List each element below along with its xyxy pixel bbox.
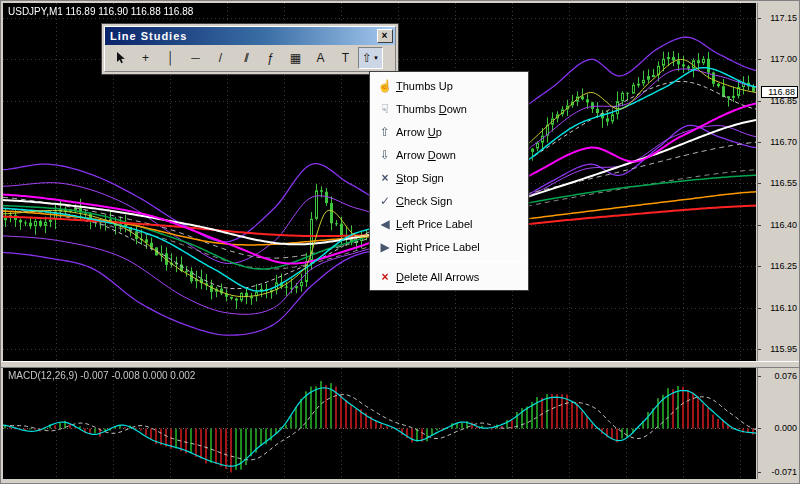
arrow-up-icon: ⇧ bbox=[374, 125, 396, 139]
menu-item-arrow-up[interactable]: ⇧Arrow Up bbox=[371, 120, 527, 143]
macd-axis-tick bbox=[758, 376, 761, 377]
panel-separator[interactable] bbox=[1, 361, 800, 368]
menu-item-stop-sign[interactable]: ×Stop Sign bbox=[371, 166, 527, 189]
macd-axis-label: 0.076 bbox=[774, 371, 797, 381]
right-price-label-icon: ▶ bbox=[374, 240, 396, 254]
menu-item-arrow-down[interactable]: ⇩Arrow Down bbox=[371, 143, 527, 166]
delete-all-arrows-icon: × bbox=[374, 270, 396, 284]
arrows-icon: ⇧ bbox=[362, 51, 372, 65]
trendline-button[interactable]: / bbox=[208, 47, 233, 69]
price-axis-tick bbox=[758, 142, 761, 143]
crosshair-button[interactable]: + bbox=[133, 47, 158, 69]
close-button[interactable]: × bbox=[377, 29, 393, 43]
macd-axis-label: 0.000 bbox=[774, 423, 797, 433]
macd-axis-tick bbox=[758, 472, 761, 473]
fibonacci-button[interactable]: ƒ bbox=[258, 47, 283, 69]
price-axis-label: 117.00 bbox=[770, 54, 797, 64]
menu-separator bbox=[373, 261, 525, 262]
macd-panel[interactable]: MACD(12,26,9) -0.007 -0.008 0.000 0.002 bbox=[3, 368, 756, 479]
line-studies-window: Line Studies × +│─///ƒ▦AT⇧▼ bbox=[101, 23, 399, 75]
trading-terminal: USDJPY,M1 116.89 116.90 116.88 116.88 11… bbox=[0, 0, 800, 484]
macd-indicator-label: MACD(12,26,9) -0.007 -0.008 0.000 0.002 bbox=[8, 370, 195, 381]
vertical-line-icon: │ bbox=[167, 51, 175, 65]
menu-item-left-price-label[interactable]: ◀Left Price Label bbox=[371, 212, 527, 235]
fibonacci-icon: ƒ bbox=[267, 51, 274, 65]
menu-item-label: Delete All Arrows bbox=[396, 271, 479, 283]
stop-sign-icon: × bbox=[374, 171, 396, 185]
text-icon: A bbox=[316, 51, 324, 65]
current-price-marker: 116.88 bbox=[761, 86, 798, 98]
thumbs-up-icon: ☝ bbox=[374, 79, 396, 93]
menu-item-label: Right Price Label bbox=[396, 241, 480, 253]
check-sign-icon: ✓ bbox=[374, 194, 396, 208]
menu-item-label: Arrow Down bbox=[396, 149, 456, 161]
menu-item-thumbs-down[interactable]: ☟Thumbs Down bbox=[371, 97, 527, 120]
menu-item-right-price-label[interactable]: ▶Right Price Label bbox=[371, 235, 527, 258]
price-axis-tick bbox=[758, 266, 761, 267]
price-axis-label: 116.25 bbox=[770, 261, 797, 271]
menu-item-label: Arrow Up bbox=[396, 126, 442, 138]
line-studies-titlebar[interactable]: Line Studies × bbox=[105, 27, 395, 45]
price-axis-label: 115.95 bbox=[770, 344, 797, 354]
menu-item-check-sign[interactable]: ✓Check Sign bbox=[371, 189, 527, 212]
dropdown-caret-icon: ▼ bbox=[373, 55, 379, 61]
menu-item-label: Thumbs Up bbox=[396, 80, 453, 92]
horizontal-line-icon: ─ bbox=[191, 51, 200, 65]
text-button[interactable]: A bbox=[308, 47, 333, 69]
price-axis-tick bbox=[758, 101, 761, 102]
menu-item-thumbs-up[interactable]: ☝Thumbs Up bbox=[371, 74, 527, 97]
grid-button[interactable]: ▦ bbox=[283, 47, 308, 69]
cursor-icon bbox=[115, 52, 127, 64]
line-studies-frame: Line Studies × +│─///ƒ▦AT⇧▼ bbox=[104, 26, 396, 72]
menu-item-label: Check Sign bbox=[396, 195, 452, 207]
arrows-dropdown-menu: ☝Thumbs Up☟Thumbs Down⇧Arrow Up⇩Arrow Do… bbox=[369, 71, 529, 291]
menu-item-label: Stop Sign bbox=[396, 172, 444, 184]
equidistant-channel-button[interactable]: // bbox=[233, 47, 258, 69]
vertical-line-button[interactable]: │ bbox=[158, 47, 183, 69]
arrow-down-icon: ⇩ bbox=[374, 148, 396, 162]
close-icon: × bbox=[382, 30, 389, 41]
text-label-icon: T bbox=[342, 51, 349, 65]
grid-icon: ▦ bbox=[290, 51, 301, 65]
arrows-button[interactable]: ⇧▼ bbox=[358, 47, 383, 69]
price-axis-label: 116.40 bbox=[770, 220, 797, 230]
left-price-label-icon: ◀ bbox=[374, 217, 396, 231]
macd-axis[interactable]: 0.0760.000-0.071 bbox=[757, 368, 800, 479]
price-axis-tick bbox=[758, 18, 761, 19]
macd-axis-tick bbox=[758, 428, 761, 429]
crosshair-icon: + bbox=[142, 51, 149, 65]
chart-symbol-label: USDJPY,M1 116.89 116.90 116.88 116.88 bbox=[8, 6, 193, 17]
cursor-button[interactable] bbox=[108, 47, 133, 69]
price-axis-tick bbox=[758, 59, 761, 60]
macd-canvas[interactable] bbox=[3, 368, 756, 479]
price-axis-tick bbox=[758, 225, 761, 226]
price-axis-label: 116.70 bbox=[770, 137, 797, 147]
price-axis-tick bbox=[758, 308, 761, 309]
price-axis[interactable]: 117.15117.00116.85116.70116.55116.40116.… bbox=[757, 3, 800, 361]
price-axis-tick bbox=[758, 349, 761, 350]
line-studies-toolbar: +│─///ƒ▦AT⇧▼ bbox=[105, 45, 395, 71]
trendline-icon: / bbox=[219, 51, 222, 65]
menu-item-label: Left Price Label bbox=[396, 218, 472, 230]
equidistant-channel-icon: // bbox=[244, 51, 247, 65]
thumbs-down-icon: ☟ bbox=[374, 102, 396, 116]
macd-axis-label: -0.071 bbox=[771, 467, 797, 477]
menu-item-delete-all-arrows[interactable]: ×Delete All Arrows bbox=[371, 265, 527, 288]
price-axis-tick bbox=[758, 183, 761, 184]
price-axis-label: 116.55 bbox=[770, 178, 797, 188]
menu-item-label: Thumbs Down bbox=[396, 103, 467, 115]
text-label-button[interactable]: T bbox=[333, 47, 358, 69]
line-studies-title: Line Studies bbox=[110, 30, 187, 42]
price-axis-label: 116.10 bbox=[770, 303, 797, 313]
price-axis-label: 117.15 bbox=[770, 13, 797, 23]
horizontal-line-button[interactable]: ─ bbox=[183, 47, 208, 69]
